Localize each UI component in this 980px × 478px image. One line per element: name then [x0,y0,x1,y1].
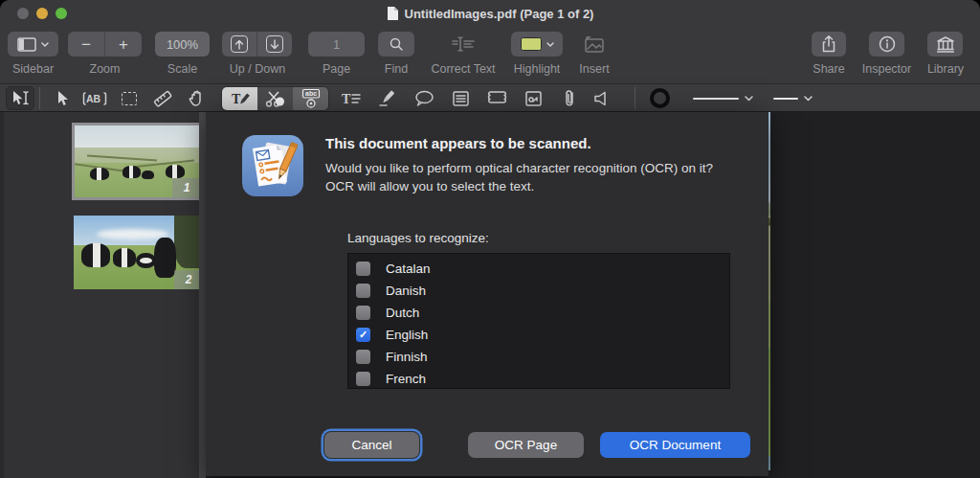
text-box-tool[interactable]: T [337,86,366,110]
insert-label: Insert [574,62,614,76]
highlight-color-swatch [521,37,542,51]
dialog-body: Would you like to perform optical charac… [325,159,751,195]
stamp-shape-icon [487,90,507,106]
page-thumbnail-1[interactable]: 1 [72,123,204,200]
correct-text-tool[interactable]: AB [80,86,109,110]
comment-tool[interactable] [410,86,438,110]
stroke-color-well[interactable] [645,86,674,110]
note-tool[interactable] [446,86,475,110]
document-icon [387,6,399,21]
marker-pen-icon [378,89,397,107]
insert-button[interactable] [574,32,614,57]
paperclip-icon [564,89,575,107]
ocr-dialog: This document appears to be scanned. Wou… [206,112,768,476]
zoom-in-button[interactable]: + [105,32,142,57]
ocr-page-button[interactable]: OCR Page [468,432,584,458]
ocr-document-button[interactable]: OCR Document [600,432,750,458]
share-icon [822,35,835,53]
redact-tool[interactable] [257,87,293,110]
checkbox[interactable]: ✓ [356,328,370,342]
language-row-french[interactable]: ✓ French [348,368,729,389]
correct-text-button[interactable] [442,32,483,57]
svg-text:T: T [342,92,351,106]
scale-label: Scale [155,62,210,76]
language-row-english[interactable]: ✓ English [348,324,729,346]
arrow-cursor-icon [56,90,69,106]
app-window: UntitledImages.pdf (Page 1 of 2) − + 100… [0,0,980,478]
color-ring-icon [650,88,670,108]
arrow-down-icon [270,39,279,50]
line-style-dropdown[interactable] [693,90,753,107]
dashed-rect-icon [122,92,137,105]
app-icon [241,134,304,197]
attachment-tool[interactable] [555,86,584,110]
chevron-down-icon [41,42,49,47]
stamp-tool[interactable] [482,86,511,110]
ocr-tool[interactable]: abc [293,87,328,110]
checkbox[interactable]: ✓ [356,372,370,386]
page-down-button[interactable] [257,32,292,57]
checkbox[interactable]: ✓ [356,262,370,276]
highlighter-tool[interactable] [373,86,402,110]
languages-label: Languages to recognize: [347,231,489,245]
palette-divider [635,87,635,109]
zoom-segmented-control: − + [68,32,142,57]
language-row-catalan[interactable]: ✓ Catalan [348,258,729,280]
zoom-out-button[interactable]: − [68,32,104,57]
select-text-tool[interactable] [6,86,34,110]
pointer-tool[interactable] [48,86,77,110]
sidebar-label: Sidebar [8,62,58,76]
inspector-button[interactable] [869,32,904,57]
correct-text-icon [452,36,475,52]
edit-text-icon: T [230,90,251,107]
checkbox[interactable]: ✓ [356,350,370,364]
language-label: Catalan [386,262,431,276]
share-button[interactable] [812,32,846,57]
correct-text-label: Correct Text [426,62,501,76]
chevron-down-icon [546,42,554,47]
sidebar-toggle-button[interactable] [8,32,58,57]
svg-text:abc: abc [305,90,317,97]
text-lines-icon: T [341,91,362,106]
language-label: English [386,328,428,342]
scale-button[interactable]: 100% [155,32,210,57]
scissors-icon [265,89,286,108]
edit-text-tool[interactable]: T [222,87,257,110]
ocr-abc-icon: abc [301,88,322,109]
library-columns-icon [937,36,954,53]
dialog-title: This document appears to be scanned. [325,135,591,151]
cancel-button[interactable]: Cancel [324,432,419,458]
library-button[interactable] [927,32,963,57]
line-sample [773,98,798,100]
thumbnail-page-badge: 1 [172,178,201,197]
sound-tool[interactable] [588,86,616,110]
edit-tools-group: T abc [221,86,329,111]
page-thumbnail-2[interactable]: 2 [74,216,203,289]
inspector-label: Inspector [861,62,912,76]
line-width-dropdown[interactable] [773,90,813,107]
pan-tool[interactable] [182,86,211,110]
language-row-dutch[interactable]: ✓ Dutch [348,302,729,324]
find-button[interactable] [378,32,414,57]
page-label: Page [308,62,365,76]
ruler-icon [152,89,173,108]
sidebar-icon [17,37,36,52]
speech-bubble-icon [414,90,434,106]
page-up-button[interactable] [222,32,256,57]
language-row-finnish[interactable]: ✓ Finnish [348,346,729,368]
language-label: Dutch [386,306,419,320]
window-title: UntitledImages.pdf (Page 1 of 2) [405,7,594,21]
highlight-button[interactable] [511,32,563,57]
select-rectangle-tool[interactable] [115,86,144,110]
language-row-danish[interactable]: ✓ Danish [348,280,729,302]
updown-label: Up / Down [215,62,300,76]
checkbox[interactable]: ✓ [356,306,370,320]
title-bar: UntitledImages.pdf (Page 1 of 2) [0,0,980,27]
main-toolbar: − + 100% 1 [0,27,980,84]
image-link-tool[interactable] [519,86,547,110]
share-label: Share [812,62,846,76]
measure-tool[interactable] [148,86,177,110]
library-label: Library [923,62,969,76]
page-number-field[interactable]: 1 [308,32,365,57]
checkbox[interactable]: ✓ [356,284,370,298]
